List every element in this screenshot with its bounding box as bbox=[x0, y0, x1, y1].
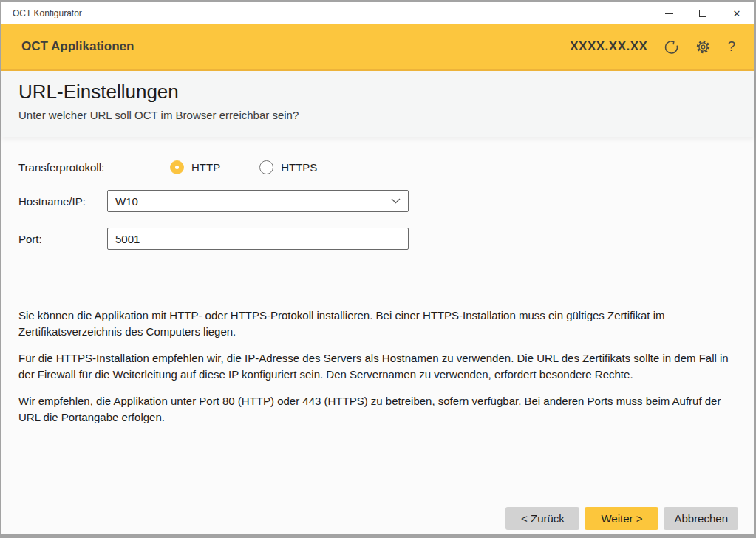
radio-http-label: HTTP bbox=[191, 161, 220, 174]
minimize-button[interactable] bbox=[652, 2, 686, 24]
content-area: Transferprotokoll: HTTP HTTPS Hostname/I… bbox=[1, 137, 754, 534]
page-title: URL-Einstellungen bbox=[18, 81, 737, 103]
protocol-row: Transferprotokoll: HTTP HTTPS bbox=[18, 156, 735, 178]
port-label: Port: bbox=[18, 233, 107, 245]
info-paragraph-https: Für die HTTPS-Installation empfehlen wir… bbox=[18, 350, 733, 383]
protocol-label: Transferprotokoll: bbox=[18, 161, 107, 174]
title-bar: OCT Konfigurator ✕ bbox=[1, 2, 754, 24]
radio-http-circle-icon bbox=[170, 160, 184, 174]
hostname-value: W10 bbox=[115, 195, 391, 208]
app-window: OCT Konfigurator ✕ OCT Applikationen XXX… bbox=[1, 2, 754, 534]
radio-https-circle-icon bbox=[259, 160, 273, 174]
gear-icon[interactable] bbox=[695, 39, 711, 55]
version-text: XXXX.XX.XX bbox=[570, 39, 647, 54]
hostname-combobox[interactable]: W10 bbox=[107, 190, 409, 212]
minimize-icon bbox=[665, 13, 673, 14]
info-paragraph-protocol: Sie können die Applikation mit HTTP- ode… bbox=[18, 307, 733, 340]
back-button[interactable]: < Zurück bbox=[505, 507, 579, 530]
window-title: OCT Konfigurator bbox=[1, 8, 652, 18]
info-text-block: Sie können die Applikation mit HTTP- ode… bbox=[18, 307, 735, 426]
radio-https-label: HTTPS bbox=[281, 161, 317, 174]
maximize-button[interactable] bbox=[686, 2, 720, 24]
port-row: Port: bbox=[18, 228, 735, 250]
window-controls: ✕ bbox=[652, 2, 754, 24]
protocol-radio-group: HTTP HTTPS bbox=[170, 156, 317, 178]
refresh-icon[interactable] bbox=[664, 39, 679, 55]
page-header: URL-Einstellungen Unter welcher URL soll… bbox=[1, 71, 754, 137]
hostname-row: Hostname/IP: W10 bbox=[18, 190, 735, 212]
radio-https[interactable]: HTTPS bbox=[259, 160, 317, 174]
cancel-button[interactable]: Abbrechen bbox=[664, 507, 738, 530]
wizard-footer: < Zurück Weiter > Abbrechen bbox=[505, 507, 738, 530]
chevron-down-icon bbox=[391, 198, 401, 204]
close-button[interactable]: ✕ bbox=[720, 2, 754, 24]
next-button[interactable]: Weiter > bbox=[585, 507, 658, 530]
help-icon[interactable]: ? bbox=[727, 38, 735, 55]
port-input[interactable] bbox=[107, 228, 409, 250]
app-title: OCT Applikationen bbox=[21, 39, 570, 54]
app-header-bar: OCT Applikationen XXXX.XX.XX ? bbox=[1, 24, 754, 71]
page-subtitle: Unter welcher URL soll OCT im Browser er… bbox=[18, 109, 737, 121]
hostname-label: Hostname/IP: bbox=[18, 195, 107, 208]
close-icon: ✕ bbox=[733, 9, 741, 18]
radio-http[interactable]: HTTP bbox=[170, 160, 220, 174]
maximize-icon bbox=[699, 10, 706, 17]
info-paragraph-port: Wir empfehlen, die Applikation unter Por… bbox=[18, 393, 733, 426]
app-header-actions: XXXX.XX.XX ? bbox=[570, 38, 735, 55]
